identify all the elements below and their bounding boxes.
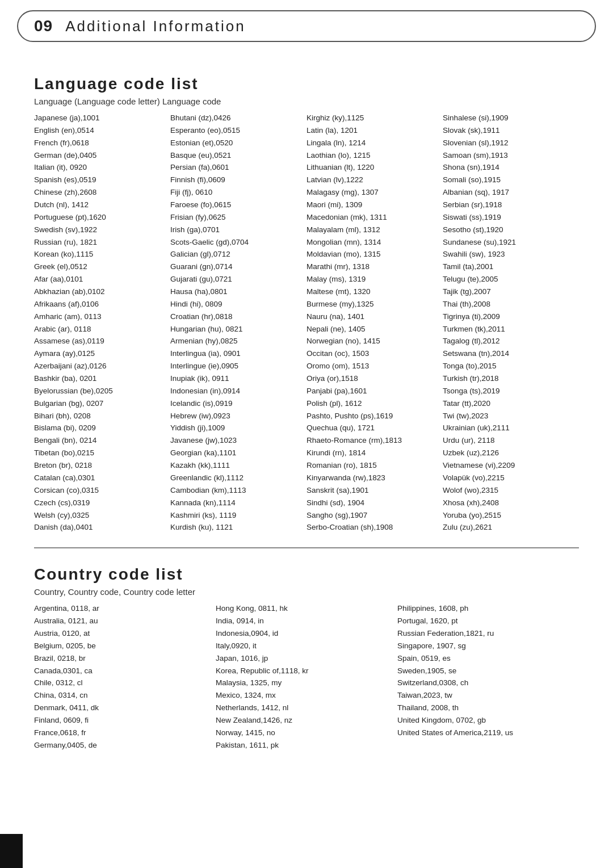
language-list-item: Tatar (tt),2020 bbox=[443, 397, 573, 410]
language-list-item: Corsican (co),0315 bbox=[34, 484, 165, 497]
language-list-item: Bislama (bi), 0209 bbox=[34, 422, 165, 434]
language-list-item: Tibetan (bo),0215 bbox=[34, 447, 165, 459]
language-list-item: Thai (th),2008 bbox=[443, 298, 573, 311]
country-list-item: Japan, 1016, jp bbox=[216, 652, 392, 665]
language-list-item: Guarani (gn),0714 bbox=[170, 261, 301, 273]
language-list-item: Turkmen (tk),2011 bbox=[443, 323, 573, 336]
language-list-item: Basque (eu),0521 bbox=[170, 149, 301, 162]
language-list-item: Bengali (bn), 0214 bbox=[34, 434, 165, 447]
language-list-item: Latin (la), 1201 bbox=[306, 124, 437, 137]
country-list-item: Portugal, 1620, pt bbox=[397, 615, 573, 627]
language-list-item: Dutch (nl), 1412 bbox=[34, 199, 165, 211]
language-list-item: Hungarian (hu), 0821 bbox=[170, 323, 301, 336]
language-list-item: Spanish (es),0519 bbox=[34, 174, 165, 186]
language-list-item: Oriya (or),1518 bbox=[306, 372, 437, 385]
language-list-item: Hebrew (iw),0923 bbox=[170, 410, 301, 422]
language-list-item: Bihari (bh), 0208 bbox=[34, 410, 165, 422]
language-list-item: Persian (fa),0601 bbox=[170, 161, 301, 174]
language-list-item: Tigrinya (ti),2009 bbox=[443, 311, 573, 323]
country-list-item: Russian Federation,1821, ru bbox=[397, 627, 573, 640]
language-list-item: Moldavian (mo), 1315 bbox=[306, 248, 437, 261]
language-list-item: Sangho (sg),1907 bbox=[306, 509, 437, 522]
country-list-item: Thailand, 2008, th bbox=[397, 702, 573, 714]
language-list-item: Cambodian (km),1113 bbox=[170, 484, 301, 497]
language-list-item: Finnish (fi),0609 bbox=[170, 174, 301, 186]
language-list-item: German (de),0405 bbox=[34, 149, 165, 162]
language-list-item: Fiji (fj), 0610 bbox=[170, 186, 301, 199]
language-list-item: Siswati (ss),1919 bbox=[443, 211, 573, 224]
language-list-item: Afrikaans (af),0106 bbox=[34, 298, 165, 311]
language-list-item: Sanskrit (sa),1901 bbox=[306, 484, 437, 497]
language-list-item: Byelorussian (be),0205 bbox=[34, 385, 165, 397]
language-list-item: Icelandic (is),0919 bbox=[170, 397, 301, 410]
country-list-item: Canada,0301, ca bbox=[34, 665, 210, 677]
language-list-item: Vietnamese (vi),2209 bbox=[443, 459, 573, 472]
language-list-item: Telugu (te),2005 bbox=[443, 273, 573, 286]
country-section-title: Country code list bbox=[34, 565, 579, 584]
language-section-subtitle: Language (Language code letter) Language… bbox=[34, 97, 579, 106]
country-col-3: Philippines, 1608, phPortugal, 1620, ptR… bbox=[397, 602, 579, 751]
language-list-item: Czech (cs),0319 bbox=[34, 497, 165, 509]
language-list-item: Latvian (lv),1222 bbox=[306, 174, 437, 186]
country-list-item: Denmark, 0411, dk bbox=[34, 702, 210, 714]
country-list-item: Argentina, 0118, ar bbox=[34, 602, 210, 615]
language-list-item: Macedonian (mk), 1311 bbox=[306, 211, 437, 224]
language-list-item: Tsonga (ts),2019 bbox=[443, 385, 573, 397]
language-list-item: Assamese (as),0119 bbox=[34, 335, 165, 347]
language-list-item: Galician (gl),0712 bbox=[170, 248, 301, 261]
section-divider bbox=[34, 547, 579, 548]
language-list-item: Maltese (mt), 1320 bbox=[306, 286, 437, 298]
language-list-item: Kirghiz (ky),1125 bbox=[306, 112, 437, 124]
language-list-item: Malagasy (mg), 1307 bbox=[306, 186, 437, 199]
language-list-item: Scots-Gaelic (gd),0704 bbox=[170, 236, 301, 249]
language-list-item: Samoan (sm),1913 bbox=[443, 149, 573, 162]
language-list-item: Laothian (lo), 1215 bbox=[306, 149, 437, 162]
language-list-item: Faroese (fo),0615 bbox=[170, 199, 301, 211]
language-list-item: Shona (sn),1914 bbox=[443, 161, 573, 174]
language-list-item: Sindhi (sd), 1904 bbox=[306, 497, 437, 509]
language-list-item: Swahili (sw), 1923 bbox=[443, 248, 573, 261]
main-content: Language code list Language (Language co… bbox=[0, 42, 613, 763]
language-list-item: Hausa (ha),0801 bbox=[170, 286, 301, 298]
language-list-item: Marathi (mr), 1318 bbox=[306, 261, 437, 273]
language-list-item: Panjabi (pa),1601 bbox=[306, 385, 437, 397]
language-list-item: Chinese (zh),2608 bbox=[34, 186, 165, 199]
language-columns: Japanese (ja),1001English (en),0514Frenc… bbox=[34, 112, 579, 534]
language-list-item: Xhosa (xh),2408 bbox=[443, 497, 573, 509]
language-list-item: Croatian (hr),0818 bbox=[170, 311, 301, 323]
language-section: Language code list Language (Language co… bbox=[34, 75, 579, 534]
language-list-item: Norwegian (no), 1415 bbox=[306, 335, 437, 347]
language-list-item: Armenian (hy),0825 bbox=[170, 335, 301, 347]
language-list-item: Indonesian (in),0914 bbox=[170, 385, 301, 397]
language-list-item: Kannada (kn),1114 bbox=[170, 497, 301, 509]
language-list-item: Kazakh (kk),1111 bbox=[170, 459, 301, 472]
language-list-item: Quechua (qu), 1721 bbox=[306, 422, 437, 434]
language-list-item: Yoruba (yo),2515 bbox=[443, 509, 573, 522]
language-col-4: Sinhalese (si),1909Slovak (sk),1911Slove… bbox=[443, 112, 579, 534]
language-list-item: Tajik (tg),2007 bbox=[443, 286, 573, 298]
language-list-item: Volapük (vo),2215 bbox=[443, 472, 573, 484]
language-col-3: Kirghiz (ky),1125Latin (la), 1201Lingala… bbox=[306, 112, 443, 534]
language-list-item: Tonga (to),2015 bbox=[443, 360, 573, 372]
country-list-item: Hong Kong, 0811, hk bbox=[216, 602, 392, 615]
language-list-item: Russian (ru), 1821 bbox=[34, 236, 165, 249]
language-list-item: Serbian (sr),1918 bbox=[443, 199, 573, 211]
language-list-item: Urdu (ur), 2118 bbox=[443, 434, 573, 447]
country-list-item: Philippines, 1608, ph bbox=[397, 602, 573, 615]
language-list-item: Pashto, Pushto (ps),1619 bbox=[306, 410, 437, 422]
language-list-item: Zulu (zu),2621 bbox=[443, 521, 573, 534]
language-list-item: Azerbaijani (az),0126 bbox=[34, 360, 165, 372]
country-list-item: France,0618, fr bbox=[34, 727, 210, 739]
country-list-item: New Zealand,1426, nz bbox=[216, 714, 392, 727]
country-list-item: Spain, 0519, es bbox=[397, 652, 573, 665]
country-list-item: Germany,0405, de bbox=[34, 739, 210, 752]
country-list-item: China, 0314, cn bbox=[34, 689, 210, 702]
language-list-item: Sesotho (st),1920 bbox=[443, 224, 573, 236]
language-list-item: Lingala (ln), 1214 bbox=[306, 137, 437, 149]
country-section: Country code list Country, Country code,… bbox=[34, 565, 579, 751]
language-list-item: Mongolian (mn), 1314 bbox=[306, 236, 437, 249]
language-list-item: Afar (aa),0101 bbox=[34, 273, 165, 286]
language-list-item: Korean (ko),1115 bbox=[34, 248, 165, 261]
language-list-item: Kinyarwanda (rw),1823 bbox=[306, 472, 437, 484]
language-list-item: Serbo-Croatian (sh),1908 bbox=[306, 521, 437, 534]
